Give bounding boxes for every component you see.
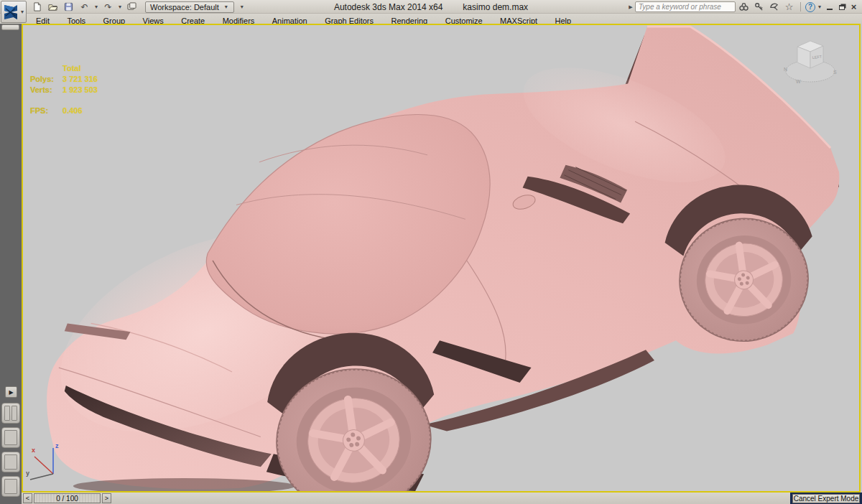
toolbar-divider xyxy=(800,2,801,11)
help-dropdown-arrow[interactable]: ▾ xyxy=(817,4,822,10)
3ds-max-logo-icon xyxy=(2,4,19,21)
workspace-label: Workspace: Default xyxy=(150,3,219,11)
toolbar-grip[interactable] xyxy=(1,24,19,30)
next-frame-button[interactable]: > xyxy=(102,493,111,503)
quick-access-toolbar: ↶ ▾ ↷ ▾ Workspace: Default ▾ ▾ xyxy=(30,1,245,13)
perspective-viewport[interactable]: Total Polys: 3 721 316 Verts: 1 923 503 … xyxy=(22,24,861,493)
close-button[interactable]: × xyxy=(848,2,859,12)
cancel-expert-mode-button[interactable]: Cancel Expert Mode xyxy=(792,494,860,503)
minimize-button[interactable] xyxy=(824,2,835,12)
window-title-file: kasimo dem.max xyxy=(463,2,528,12)
undo-dropdown-arrow[interactable]: ▾ xyxy=(93,4,99,10)
viewport-nav-area: Cancel Expert Mode xyxy=(790,493,862,504)
viewport-layout-tab-3[interactable] xyxy=(1,452,20,472)
stats-fps-label: FPS: xyxy=(30,96,61,116)
layout-pane xyxy=(4,430,17,445)
axis-x-label: x xyxy=(32,447,35,454)
subscription-key-icon[interactable] xyxy=(752,1,766,13)
axis-y-label: y xyxy=(26,470,29,477)
viewport-layout-tab-4[interactable] xyxy=(1,476,20,497)
viewcube-compass-s[interactable]: S xyxy=(833,70,837,75)
stats-verts-label: Verts: xyxy=(30,85,61,95)
project-folder-toggle-button[interactable] xyxy=(125,1,139,13)
stats-total-label: Total xyxy=(62,64,98,73)
search-binoculars-icon[interactable] xyxy=(737,1,751,13)
viewport-statistics: Total Polys: 3 721 316 Verts: 1 923 503 … xyxy=(29,44,99,136)
minimize-icon xyxy=(827,9,833,10)
favorites-star-icon[interactable]: ☆ xyxy=(782,1,796,13)
title-bar: ▾ ↶ ▾ ↷ ▾ Workspace: Default ▾ ▾ Autodes… xyxy=(0,0,862,14)
redo-button[interactable]: ↷ xyxy=(101,1,115,13)
world-axis-gizmo: z x y xyxy=(26,439,76,481)
status-bar: < 0 / 100 > Cancel Expert Mode xyxy=(22,493,862,504)
redo-dropdown-arrow[interactable]: ▾ xyxy=(117,4,123,10)
open-file-button[interactable] xyxy=(46,1,60,13)
time-slider[interactable]: 0 / 100 xyxy=(34,493,101,503)
app-menu-dropdown-arrow: ▾ xyxy=(19,9,25,15)
toolbar-overflow-arrow[interactable]: ▾ xyxy=(239,4,245,10)
application-menu-button[interactable]: ▾ xyxy=(1,1,27,23)
previous-frame-button[interactable]: < xyxy=(23,493,32,503)
layout-pane xyxy=(11,406,17,421)
viewport-layout-tab-1[interactable] xyxy=(1,403,20,424)
restore-button[interactable] xyxy=(836,2,847,12)
viewcube-compass-w[interactable]: W xyxy=(796,79,801,84)
viewcube-compass-n[interactable]: N xyxy=(784,67,787,72)
frame-counter: 0 / 100 xyxy=(56,495,78,503)
stats-polys-value: 3 721 316 xyxy=(62,75,98,84)
infocenter-toolbar: ▶ ☆ ? ▾ × xyxy=(628,1,859,13)
viewcube[interactable]: N W S E LEFT xyxy=(783,34,839,88)
menu-bar: Edit Tools Group Views Create Modifiers … xyxy=(0,14,862,24)
restore-icon xyxy=(839,5,845,10)
axis-z-label: z xyxy=(55,442,59,449)
communication-center-icon[interactable] xyxy=(767,1,781,13)
left-dock-strip: ▶ xyxy=(0,24,22,504)
stats-polys-label: Polys: xyxy=(30,75,61,84)
save-file-button[interactable] xyxy=(62,1,75,13)
new-scene-button[interactable] xyxy=(30,1,44,13)
viewport-layout-tab-2[interactable] xyxy=(1,427,20,448)
layout-tabs-flyout-button[interactable]: ▶ xyxy=(5,386,17,398)
layout-pane xyxy=(4,479,17,494)
help-button[interactable]: ? xyxy=(805,2,815,12)
window-title-app: Autodesk 3ds Max 2014 x64 xyxy=(334,2,442,12)
workspace-dropdown-arrow: ▾ xyxy=(223,4,229,10)
layout-pane xyxy=(4,454,17,470)
workspace-selector[interactable]: Workspace: Default ▾ xyxy=(145,1,234,13)
search-input[interactable] xyxy=(635,1,736,12)
stats-fps-value: 0.406 xyxy=(62,96,98,116)
stats-verts-value: 1 923 503 xyxy=(62,85,98,95)
layout-pane xyxy=(4,406,10,421)
car-model-render xyxy=(23,25,859,491)
infocenter-flyout-arrow[interactable]: ▶ xyxy=(628,4,634,10)
undo-button[interactable]: ↶ xyxy=(78,1,91,13)
